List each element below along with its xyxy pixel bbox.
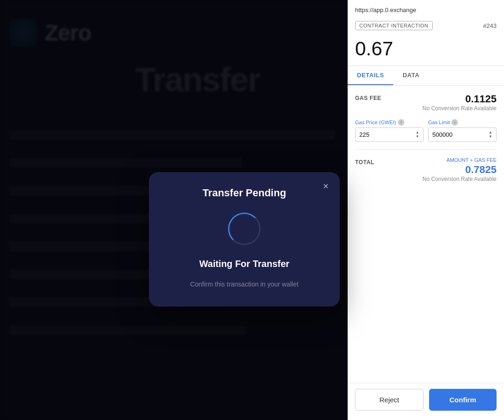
divider <box>355 149 497 150</box>
gas-price-up[interactable]: ▲ <box>416 131 419 134</box>
modal-close-button[interactable]: × <box>319 180 332 193</box>
transaction-id: #243 <box>483 22 497 29</box>
modal-subtitle: Waiting For Transfer <box>199 259 289 269</box>
modal-title: Transfer Pending <box>202 187 286 199</box>
total-note: No Conversion Rate Available <box>423 176 497 182</box>
gas-fee-amount: 0.1125 <box>423 93 497 105</box>
loading-spinner <box>228 213 261 245</box>
gas-fee-values: 0.1125 No Conversion Rate Available <box>423 93 497 112</box>
transfer-pending-modal: × Transfer Pending Waiting For Transfer … <box>149 172 340 307</box>
panel-amount: 0.67 <box>348 36 504 66</box>
gas-limit-stepper[interactable]: ▲ ▼ <box>489 131 492 139</box>
gas-limit-label-row: Gas Limit i <box>428 119 497 126</box>
gas-limit-group: Gas Limit i ▲ ▼ <box>428 119 497 142</box>
gas-price-label: Gas Price (GWEI) <box>355 120 396 125</box>
panel-footer: Reject Confirm <box>348 383 504 420</box>
gas-fee-note: No Conversion Rate Available <box>423 105 497 112</box>
gas-limit-up[interactable]: ▲ <box>489 131 492 134</box>
gas-limit-label: Gas Limit <box>428 120 450 125</box>
confirm-button[interactable]: Confirm <box>429 389 497 411</box>
total-row: TOTAL AMOUNT + GAS FEE 0.7825 No Convers… <box>355 157 497 182</box>
gas-price-info-icon[interactable]: i <box>398 119 404 126</box>
gas-inputs-row: Gas Price (GWEI) i ▲ ▼ Gas Limit i <box>355 119 497 142</box>
gas-limit-down[interactable]: ▼ <box>489 135 492 139</box>
gas-fee-label: GAS FEE <box>355 93 381 101</box>
gas-fee-row: GAS FEE 0.1125 No Conversion Rate Availa… <box>355 93 497 112</box>
amount-gas-label: AMOUNT + GAS FEE <box>423 157 497 163</box>
gas-limit-info-icon[interactable]: i <box>451 119 458 126</box>
gas-price-group: Gas Price (GWEI) i ▲ ▼ <box>355 119 423 142</box>
total-values: AMOUNT + GAS FEE 0.7825 No Conversion Ra… <box>423 157 497 182</box>
gas-price-stepper[interactable]: ▲ ▼ <box>416 131 419 139</box>
total-label: TOTAL <box>355 157 374 166</box>
gas-limit-input-wrapper[interactable]: ▲ ▼ <box>428 127 497 142</box>
gas-price-down[interactable]: ▼ <box>416 135 419 139</box>
gas-price-input-wrapper[interactable]: ▲ ▼ <box>355 127 423 142</box>
panel-body: GAS FEE 0.1125 No Conversion Rate Availa… <box>348 86 504 383</box>
tab-data[interactable]: DATA <box>393 66 429 85</box>
modal-description: Confirm this transaction in your wallet <box>190 280 299 288</box>
panel-header: CONTRACT INTERACTION #243 <box>348 17 504 36</box>
contract-badge: CONTRACT INTERACTION <box>355 21 433 30</box>
panel-tabs: DETAILS DATA <box>348 66 504 86</box>
reject-button[interactable]: Reject <box>355 389 423 411</box>
total-amount: 0.7825 <box>423 164 497 176</box>
wallet-panel: https://app.0.exchange CONTRACT INTERACT… <box>348 0 504 420</box>
gas-price-label-row: Gas Price (GWEI) i <box>355 119 423 126</box>
gas-limit-input[interactable] <box>432 131 480 138</box>
gas-price-input[interactable] <box>359 131 407 138</box>
loading-spinner-container <box>226 210 263 247</box>
tab-details[interactable]: DETAILS <box>348 66 393 85</box>
panel-url: https://app.0.exchange <box>348 0 504 17</box>
